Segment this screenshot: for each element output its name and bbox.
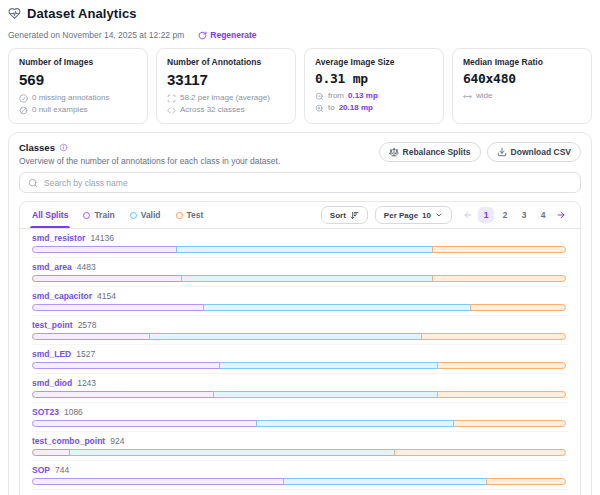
stat-label: Average Image Size <box>315 57 433 67</box>
class-name-link[interactable]: test_combo_point <box>32 436 105 446</box>
page-button-2[interactable]: 2 <box>497 207 513 223</box>
class-row[interactable]: smd_resistor 14136 <box>32 229 568 257</box>
class-annotation-count: 1243 <box>77 378 96 388</box>
download-csv-button[interactable]: Download CSV <box>487 142 581 162</box>
list-controls: Sort Per Page 10 <box>321 206 568 224</box>
class-row-header: smd_capacitor 4154 <box>32 291 568 301</box>
class-row[interactable]: smd_diod 1243 <box>32 373 568 402</box>
stat-value: 0.31 mp <box>315 71 433 86</box>
train-split-segment <box>32 420 257 427</box>
stat-detail: to 20.18 mp <box>315 102 433 114</box>
stat-detail-text: wide <box>476 90 492 102</box>
rebalance-splits-button[interactable]: Rebalance Splits <box>379 142 481 162</box>
class-split-bar <box>32 304 568 311</box>
tab-label: Valid <box>141 210 161 220</box>
page-button-1[interactable]: 1 <box>478 207 494 223</box>
stat-label: Number of Annotations <box>167 57 285 67</box>
split-tabs: All Splits Train Valid Test <box>32 202 203 228</box>
class-split-bar <box>32 333 568 340</box>
class-annotation-count: 14136 <box>90 233 114 243</box>
sort-button[interactable]: Sort <box>321 206 368 224</box>
null-circle-icon <box>19 106 28 115</box>
zoom-out-icon <box>315 92 324 101</box>
class-split-bar <box>32 420 568 427</box>
scale-icon <box>389 147 399 157</box>
stat-detail-text: to <box>328 102 335 114</box>
class-name-link[interactable]: smd_area <box>32 262 72 272</box>
tab-valid[interactable]: Valid <box>130 202 161 228</box>
class-name-link[interactable]: test_point <box>32 320 73 330</box>
class-row[interactable]: SOP 744 <box>32 460 568 489</box>
classes-actions: Rebalance Splits Download CSV <box>379 142 581 162</box>
class-name-link[interactable]: smd_LED <box>32 349 71 359</box>
test-split-segment <box>437 391 566 398</box>
class-split-bar <box>32 362 568 369</box>
tab-test[interactable]: Test <box>176 202 204 228</box>
class-row-header: smd_resistor 14136 <box>32 233 568 243</box>
per-page-dropdown[interactable]: Per Page 10 <box>375 206 452 224</box>
page-button-3[interactable]: 3 <box>516 207 532 223</box>
pagination: 1 2 3 4 <box>461 207 568 223</box>
train-split-segment <box>32 333 150 340</box>
train-split-segment <box>32 449 70 456</box>
stat-detail: Across 32 classes <box>167 104 285 116</box>
stat-detail-highlight: 20.18 mp <box>339 102 373 114</box>
class-name-link[interactable]: SOT23 <box>32 407 59 417</box>
class-row[interactable]: smd_capacitor 4154 <box>32 286 568 315</box>
page-title: Dataset Analytics <box>27 6 137 21</box>
class-row-header: test_point 2578 <box>32 320 568 330</box>
class-name-link[interactable]: smd_capacitor <box>32 291 92 301</box>
tab-train[interactable]: Train <box>83 202 114 228</box>
stat-detail-text: 58.2 per image (average) <box>180 92 270 104</box>
valid-split-segment <box>203 304 471 311</box>
code-icon <box>167 106 176 115</box>
per-page-value: 10 <box>422 211 431 220</box>
train-circle-icon <box>83 212 90 219</box>
class-row[interactable]: test_combo_point 924 <box>32 431 568 460</box>
class-row-header: SOT23 1086 <box>32 407 568 417</box>
classes-section: Classes Overview of the number of annota… <box>8 132 592 495</box>
class-rows-list: smd_resistor 14136 smd_area 4483 smd_cap… <box>20 229 580 495</box>
class-search-input[interactable] <box>44 178 572 188</box>
stat-value: 640x480 <box>463 71 581 86</box>
stat-cards-row: Number of Images 569 0 missing annotatio… <box>8 48 592 124</box>
stat-label: Number of Images <box>19 57 137 67</box>
class-row[interactable]: smd_LED 1527 <box>32 344 568 373</box>
class-row[interactable]: SOT23 1086 <box>32 402 568 431</box>
classes-title-block: Classes Overview of the number of annota… <box>19 142 280 166</box>
search-icon <box>28 178 38 188</box>
stat-detail-text: 0 null examples <box>32 104 88 116</box>
stat-value: 33117 <box>167 71 285 88</box>
class-split-bar <box>32 275 568 282</box>
class-name-link[interactable]: smd_diod <box>32 378 72 388</box>
class-row[interactable]: smd_combo 628 <box>32 489 568 495</box>
class-annotation-count: 744 <box>55 465 69 475</box>
class-split-bar <box>32 449 568 456</box>
test-split-segment <box>432 246 566 253</box>
class-name-link[interactable]: SOP <box>32 465 50 475</box>
prev-page-arrow-icon[interactable] <box>461 208 475 222</box>
stat-detail: from 0.13 mp <box>315 90 433 102</box>
next-page-arrow-icon[interactable] <box>554 208 568 222</box>
stat-detail-highlight: 0.13 mp <box>348 90 378 102</box>
stat-detail-text: from <box>328 90 344 102</box>
class-name-link[interactable]: smd_resistor <box>32 233 85 243</box>
stat-detail: 58.2 per image (average) <box>167 92 285 104</box>
class-search-box[interactable] <box>19 172 581 193</box>
tab-all-splits[interactable]: All Splits <box>32 202 68 228</box>
info-icon[interactable] <box>59 143 68 152</box>
valid-circle-icon <box>130 212 137 219</box>
classes-description: Overview of the number of annotations fo… <box>19 156 280 166</box>
stat-detail-text: Across 32 classes <box>180 104 244 116</box>
class-row-header: smd_LED 1527 <box>32 349 568 359</box>
page-button-4[interactable]: 4 <box>535 207 551 223</box>
stat-detail-text: 0 missing annotations <box>32 92 109 104</box>
class-row[interactable]: test_point 2578 <box>32 315 568 344</box>
splits-toolbar: All Splits Train Valid Test <box>20 202 580 229</box>
test-split-segment <box>394 449 566 456</box>
class-split-bar <box>32 391 568 398</box>
test-split-segment <box>437 362 566 369</box>
dataset-health-heart-icon <box>8 7 21 20</box>
class-row[interactable]: smd_area 4483 <box>32 257 568 286</box>
regenerate-button[interactable]: Regenerate <box>198 30 256 40</box>
